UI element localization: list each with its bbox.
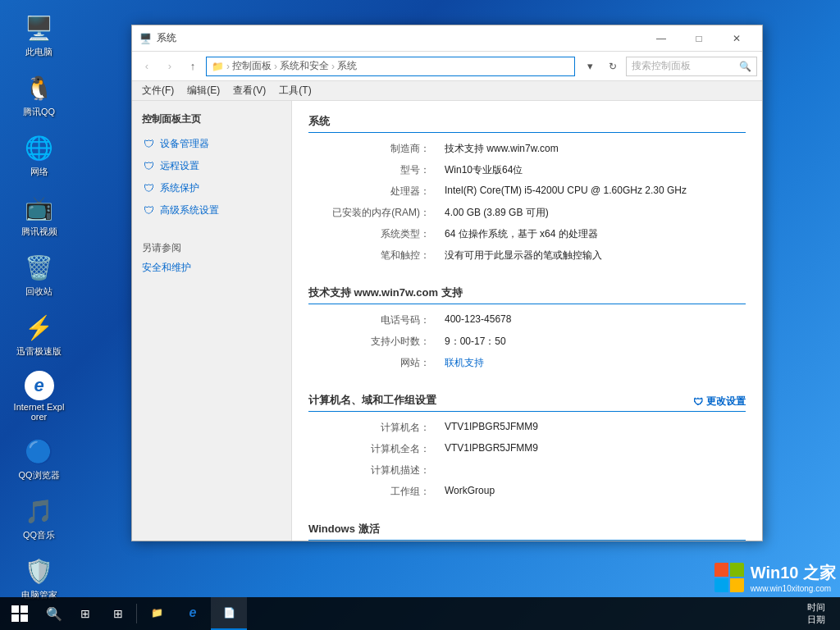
desktop-icon-qq-browser[interactable]: 🔵 QQ浏览器: [8, 431, 70, 485]
sidebar-link-security[interactable]: 安全和维护: [142, 258, 281, 277]
section-header-system: 系统: [308, 109, 746, 133]
sidebar-item-remote-settings[interactable]: 🛡 远程设置: [132, 155, 291, 177]
value-system-type: 64 位操作系统，基于 x64 的处理器: [440, 225, 746, 246]
taskbar-app-word[interactable]: 📄: [211, 597, 247, 630]
sidebar-also-see: 另请参阅 安全和维护: [132, 238, 291, 282]
desktop-icon-qq-music[interactable]: 🎵 QQ音乐: [8, 491, 70, 545]
menu-edit[interactable]: 编辑(E): [180, 81, 226, 101]
sidebar-item-advanced-settings[interactable]: 🛡 高级系统设置: [132, 199, 291, 221]
desktop-icon-this-pc[interactable]: 🖥️ 此电脑: [8, 8, 70, 62]
up-button[interactable]: ↑: [183, 57, 203, 76]
value-computer-fullname: VTV1IPBGR5JFMM9: [440, 440, 746, 461]
clock-date: 日期: [807, 614, 825, 626]
label-website: 网站：: [308, 354, 440, 375]
qq-browser-icon: 🔵: [23, 435, 56, 468]
value-processor: Intel(R) Core(TM) i5-4200U CPU @ 1.60GHz…: [440, 182, 746, 203]
desktop-icon-tencent-video[interactable]: 📺 腾讯视频: [8, 188, 70, 241]
window-body: 控制面板主页 🛡 设备管理器 🛡 远程设置 🛡 系统保护 🛡 高级系统设置: [132, 101, 762, 541]
device-manager-shield-icon: 🛡: [142, 138, 155, 151]
menu-file[interactable]: 文件(F): [135, 81, 180, 101]
tencent-qq-icon: 🐧: [23, 71, 56, 104]
desktop-icon-network[interactable]: 🌐 网络: [8, 128, 70, 181]
label-computer-fullname: 计算机全名：: [308, 440, 440, 461]
address-path[interactable]: 📁 › 控制面板 › 系统和安全 › 系统: [206, 57, 575, 76]
search-placeholder: 搜索控制面板: [632, 59, 691, 73]
recycle-bin-label: 回收站: [25, 285, 52, 298]
menu-tools[interactable]: 工具(T): [272, 81, 317, 101]
qq-music-icon: 🎵: [23, 495, 56, 527]
task-view-button[interactable]: ⊞: [69, 597, 102, 630]
value-hours: 9：00-17：50: [440, 332, 746, 354]
desktop-icon-tencent-qq[interactable]: 🐧 腾讯QQ: [8, 68, 70, 121]
label-manufacturer: 制造商：: [308, 139, 440, 161]
label-pen-touch: 笔和触控：: [308, 246, 440, 267]
network-icon: 🌐: [23, 131, 56, 164]
desktop-icon-xunlei[interactable]: ⚡ 迅雷极速版: [8, 308, 70, 361]
value-model: Win10专业版64位: [440, 161, 746, 182]
sidebar-item-device-manager[interactable]: 🛡 设备管理器: [132, 133, 291, 155]
back-button[interactable]: ‹: [137, 57, 157, 76]
taskbar-time[interactable]: 时间 日期: [801, 601, 832, 626]
refresh-button[interactable]: ↻: [603, 57, 623, 76]
online-support-link[interactable]: 联机支持: [445, 357, 484, 368]
computer-name-table: 计算机名： VTV1IPBGR5JFMM9 计算机全名： VTV1IPBGR5J…: [308, 418, 746, 504]
label-model: 型号：: [308, 161, 440, 182]
window-controls: — □ ✕: [642, 25, 756, 52]
taskbar: 🔍 ⊞ ⊞ 📁 e 📄 时间 日期: [0, 597, 840, 630]
menu-view[interactable]: 查看(V): [226, 81, 272, 101]
support-info-table: 电话号码： 400-123-45678 支持小时数： 9：00-17：50 网站…: [308, 311, 746, 375]
path-part-system: 系统: [337, 59, 357, 73]
advanced-settings-shield-icon: 🛡: [142, 204, 155, 217]
win10-text-block: Win10 之家 www.win10xitong.com: [751, 562, 836, 593]
forward-button[interactable]: ›: [160, 57, 180, 76]
section-header-support: 技术支持 www.win7w.com 支持: [308, 281, 746, 304]
taskbar-right: 时间 日期: [801, 601, 840, 626]
value-ram: 4.00 GB (3.89 GB 可用): [440, 203, 746, 225]
taskbar-separator: [136, 604, 137, 623]
close-button[interactable]: ✕: [718, 25, 756, 52]
taskbar-app-folder[interactable]: 📁: [139, 597, 175, 630]
minimize-button[interactable]: —: [642, 25, 680, 52]
taskbar-grid-button[interactable]: ⊞: [102, 597, 135, 630]
label-computer-desc: 计算机描述：: [308, 461, 440, 482]
start-button[interactable]: [0, 597, 39, 630]
dropdown-button[interactable]: ▾: [580, 57, 600, 76]
value-computer-name: VTV1IPBGR5JFMM9: [440, 418, 746, 440]
maximize-button[interactable]: □: [680, 25, 718, 52]
desktop-icon-ie[interactable]: e Internet Explorer: [8, 368, 70, 425]
desktop-icon-recycle-bin[interactable]: 🗑️ 回收站: [8, 248, 70, 301]
search-bar[interactable]: 搜索控制面板 🔍: [626, 57, 757, 76]
start-icon: [11, 605, 28, 622]
path-part-home: 📁: [212, 61, 224, 72]
tencent-video-icon: 📺: [23, 191, 56, 224]
this-pc-label: 此电脑: [25, 46, 52, 58]
taskbar-app-ie[interactable]: e: [175, 597, 211, 630]
sidebar-item-system-protection[interactable]: 🛡 系统保护: [132, 177, 291, 199]
qq-music-label: QQ音乐: [23, 529, 55, 541]
clock-time: 时间: [807, 601, 825, 614]
system-window: 🖥️ 系统 — □ ✕ ‹ › ↑ 📁 › 控制面板 › 系统和安全 › 系统: [131, 25, 763, 541]
remote-settings-shield-icon: 🛡: [142, 160, 155, 173]
tencent-qq-label: 腾讯QQ: [23, 106, 55, 118]
change-settings-button[interactable]: 🛡 更改设置: [693, 395, 746, 409]
table-row: 已安装的内存(RAM)： 4.00 GB (3.89 GB 可用): [308, 203, 746, 225]
table-row: 制造商： 技术支持 www.win7w.com: [308, 139, 746, 161]
tencent-video-label: 腾讯视频: [21, 226, 57, 238]
value-manufacturer: 技术支持 www.win7w.com: [440, 139, 746, 161]
window-title: 系统: [157, 31, 642, 45]
search-icon: 🔍: [739, 61, 751, 72]
main-content[interactable]: 系统 制造商： 技术支持 www.win7w.com 型号： Win10专业版6…: [292, 101, 762, 541]
value-workgroup: WorkGroup: [440, 482, 746, 504]
label-phone: 电话号码：: [308, 311, 440, 332]
recycle-bin-icon: 🗑️: [23, 251, 56, 284]
also-see-title: 另请参阅: [142, 241, 281, 255]
sidebar-title: 控制面板主页: [132, 109, 291, 133]
path-part-security: 系统和安全: [280, 59, 329, 73]
label-computer-name: 计算机名：: [308, 418, 440, 440]
table-row: 计算机全名： VTV1IPBGR5JFMM9: [308, 440, 746, 461]
system-info-table: 制造商： 技术支持 www.win7w.com 型号： Win10专业版64位 …: [308, 139, 746, 267]
menu-bar: 文件(F) 编辑(E) 查看(V) 工具(T): [132, 81, 762, 101]
taskbar-search-button[interactable]: 🔍: [39, 597, 69, 630]
path-part-controlpanel: 控制面板: [232, 59, 272, 73]
value-phone: 400-123-45678: [440, 311, 746, 332]
